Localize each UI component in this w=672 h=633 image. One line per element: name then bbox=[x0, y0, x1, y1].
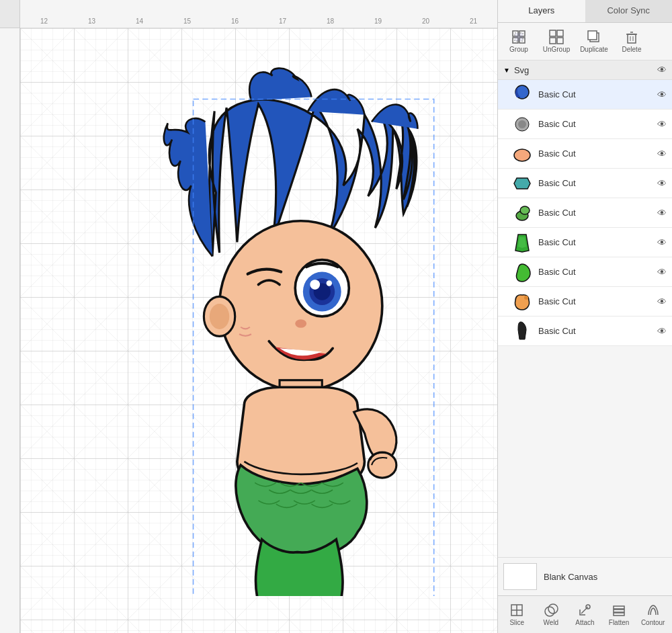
ruler-num-12: 12 bbox=[20, 17, 68, 25]
ruler-num-13: 13 bbox=[68, 17, 116, 25]
layer-eye-5[interactable]: 👁 bbox=[657, 208, 667, 218]
ruler-num-16: 16 bbox=[211, 17, 259, 25]
svg-point-7 bbox=[310, 280, 320, 290]
layer-row-9[interactable]: Basic Cut 👁 bbox=[498, 316, 672, 346]
layer-thumb-5 bbox=[511, 202, 533, 224]
ruler-num-15: 15 bbox=[163, 17, 211, 25]
svg-point-32 bbox=[514, 149, 530, 161]
flatten-icon bbox=[612, 603, 626, 618]
svg-point-8 bbox=[327, 280, 332, 286]
attach-button[interactable]: Attach bbox=[569, 600, 601, 629]
svg-rect-43 bbox=[614, 609, 624, 612]
ruler-corner bbox=[0, 0, 20, 28]
layer-label-2: Basic Cut bbox=[538, 119, 652, 129]
character-illustration bbox=[87, 65, 444, 596]
delete-button[interactable]: Delete bbox=[614, 27, 650, 56]
layer-eye-2[interactable]: 👁 bbox=[657, 119, 667, 130]
layer-eye-1[interactable]: 👁 bbox=[657, 89, 667, 100]
layer-thumb-9 bbox=[511, 321, 533, 342]
canvas-area: 12 13 14 15 16 17 18 19 20 21 bbox=[0, 0, 497, 633]
right-panel: Layers Color Sync Group bbox=[497, 0, 672, 633]
svg-rect-44 bbox=[614, 613, 624, 616]
grid-canvas[interactable] bbox=[20, 28, 497, 633]
delete-label: Delete bbox=[622, 46, 642, 53]
svg-point-9 bbox=[295, 319, 306, 328]
tab-layers[interactable]: Layers bbox=[498, 0, 585, 22]
layer-label-5: Basic Cut bbox=[538, 208, 652, 218]
svg-group-eye[interactable]: 👁 bbox=[657, 65, 667, 75]
layer-row-3[interactable]: Basic Cut 👁 bbox=[498, 139, 672, 169]
svg-point-31 bbox=[518, 120, 526, 128]
layer-row-1[interactable]: Basic Cut 👁 bbox=[498, 80, 672, 110]
layer-thumb-2 bbox=[511, 114, 533, 135]
layer-row-8[interactable]: Basic Cut 👁 bbox=[498, 287, 672, 316]
slice-icon bbox=[509, 603, 524, 618]
layers-list[interactable]: ▼ Svg 👁 Basic Cut 👁 Basic Cut bbox=[498, 60, 672, 557]
svg-point-34 bbox=[520, 206, 530, 214]
svg-rect-18 bbox=[550, 30, 556, 36]
contour-label: Contour bbox=[641, 619, 665, 626]
layer-thumb-3 bbox=[511, 143, 533, 165]
layer-row-6[interactable]: Basic Cut 👁 bbox=[498, 228, 672, 257]
group-label: Group bbox=[509, 46, 528, 53]
svg-point-35 bbox=[524, 296, 528, 300]
slice-button[interactable]: Slice bbox=[501, 600, 534, 629]
svg-group-header[interactable]: ▼ Svg 👁 bbox=[498, 60, 672, 80]
attach-label: Attach bbox=[575, 619, 594, 626]
layer-thumb-8 bbox=[511, 291, 533, 312]
layer-eye-7[interactable]: 👁 bbox=[657, 267, 667, 278]
delete-icon bbox=[624, 30, 639, 44]
ungroup-label: UnGroup bbox=[543, 46, 571, 53]
layer-eye-6[interactable]: 👁 bbox=[657, 237, 667, 248]
weld-label: Weld bbox=[544, 619, 559, 626]
layer-row-5[interactable]: Basic Cut 👁 bbox=[498, 198, 672, 228]
layer-thumb-1 bbox=[511, 84, 533, 106]
layer-thumb-6 bbox=[511, 232, 533, 253]
tab-color-sync[interactable]: Color Sync bbox=[585, 0, 673, 22]
svg-rect-19 bbox=[557, 30, 563, 36]
ruler-num-18: 18 bbox=[306, 17, 354, 25]
svg-rect-24 bbox=[628, 34, 636, 43]
layer-label-9: Basic Cut bbox=[538, 326, 652, 336]
svg-rect-42 bbox=[614, 606, 624, 609]
layer-label-4: Basic Cut bbox=[538, 178, 652, 188]
svg-rect-23 bbox=[588, 31, 597, 40]
blank-canvas-row[interactable]: Blank Canvas bbox=[498, 557, 672, 595]
layer-label-7: Basic Cut bbox=[538, 267, 652, 277]
layer-eye-9[interactable]: 👁 bbox=[657, 326, 667, 337]
panel-tabs: Layers Color Sync bbox=[498, 0, 672, 23]
svg-rect-21 bbox=[557, 38, 563, 44]
layer-row-4[interactable]: Basic Cut 👁 bbox=[498, 169, 672, 198]
flatten-button[interactable]: Flatten bbox=[603, 600, 636, 629]
svg-rect-20 bbox=[550, 38, 556, 44]
slice-label: Slice bbox=[509, 619, 524, 626]
layer-eye-8[interactable]: 👁 bbox=[657, 296, 667, 307]
ruler-num-17: 17 bbox=[259, 17, 306, 25]
layer-label-6: Basic Cut bbox=[538, 237, 652, 247]
blank-canvas-label: Blank Canvas bbox=[544, 572, 597, 582]
duplicate-icon bbox=[587, 30, 601, 44]
ruler-num-14: 14 bbox=[116, 17, 163, 25]
ungroup-button[interactable]: UnGroup bbox=[538, 27, 575, 56]
svg-rect-17 bbox=[515, 33, 523, 41]
layer-eye-4[interactable]: 👁 bbox=[657, 178, 667, 189]
layer-row-7[interactable]: Basic Cut 👁 bbox=[498, 257, 672, 287]
svg-group-label: Svg bbox=[514, 65, 653, 75]
svg-point-2 bbox=[210, 304, 229, 329]
duplicate-label: Duplicate bbox=[580, 46, 608, 53]
svg-group-triangle: ▼ bbox=[503, 67, 510, 74]
layer-eye-3[interactable]: 👁 bbox=[657, 149, 667, 159]
group-button[interactable]: Group bbox=[501, 27, 537, 56]
layer-label-8: Basic Cut bbox=[538, 296, 652, 306]
contour-icon bbox=[646, 603, 661, 618]
duplicate-button[interactable]: Duplicate bbox=[576, 27, 612, 56]
weld-icon bbox=[544, 603, 558, 618]
layer-row-2[interactable]: Basic Cut 👁 bbox=[498, 110, 672, 139]
contour-button[interactable]: Contour bbox=[636, 600, 669, 629]
weld-button[interactable]: Weld bbox=[535, 600, 568, 629]
layer-label-1: Basic Cut bbox=[538, 89, 652, 99]
ungroup-icon bbox=[549, 30, 564, 44]
panel-toolbar: Group UnGroup Duplicate bbox=[498, 23, 672, 60]
layer-label-3: Basic Cut bbox=[538, 149, 652, 159]
ruler-num-19: 19 bbox=[354, 17, 402, 25]
